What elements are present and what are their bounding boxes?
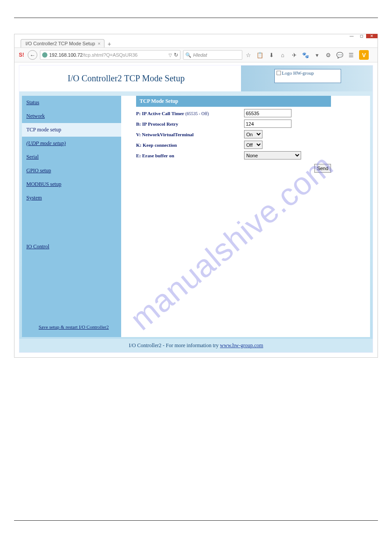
search-bar[interactable]: 🔍 Hledat [183, 50, 242, 60]
toolbar-right-icons: ☆ 📋 ⬇ ⌂ ✈ 🐾 ▾ ⚙ 💬 ☰ V [245, 50, 369, 60]
url-dropdown-icon[interactable]: ▽ [169, 53, 172, 58]
search-placeholder: Hledat [193, 52, 207, 58]
sidebar-item-network[interactable]: Network [22, 109, 121, 123]
window-controls: — ◻ ✕ [14, 34, 378, 38]
reload-icon[interactable]: ↻ [174, 52, 178, 58]
page-title: I/O Controller2 TCP Mode Setup [68, 73, 241, 83]
row-protocol-retry: B: IP Protocol Retry [136, 120, 370, 128]
back-button[interactable]: ← [28, 50, 37, 60]
chat-icon[interactable]: 💬 [336, 51, 343, 58]
row-keep-connection: K: Keep connection Off [136, 141, 370, 149]
top-rule [14, 18, 378, 18]
page-content: I/O Controller2 TCP Mode Setup Logo HW-g… [14, 62, 378, 357]
sidebar-item-gpio[interactable]: GPIO setup [22, 164, 121, 178]
send-icon[interactable]: ✈ [291, 51, 298, 58]
dropdown-icon[interactable]: ▾ [313, 51, 320, 58]
home-icon[interactable]: ⌂ [279, 51, 286, 58]
menu-icon[interactable]: ☰ [348, 51, 355, 58]
bottom-rule [14, 520, 378, 521]
url-text: 192.168.100.72/tcp.shtml?Q=ASQsUR36 [49, 52, 167, 58]
row-erase-buffer: E: Erase buffer on None [136, 151, 370, 160]
minimize-button[interactable]: — [347, 34, 356, 38]
sidebar-item-serial[interactable]: Serial [22, 150, 121, 164]
browser-window: — ◻ ✕ I/O Controller2 TCP Mode Setup × +… [14, 34, 378, 358]
browser-tab[interactable]: I/O Controller2 TCP Mode Setup × [21, 39, 104, 47]
broken-image-icon [277, 71, 281, 75]
sidebar-item-system[interactable]: System [22, 191, 121, 205]
sidebar-item-io-control[interactable]: IO Control [22, 240, 121, 254]
sidebar-item-modbus[interactable]: MODBUS setup [22, 178, 121, 191]
seznam-icon[interactable]: S! [18, 51, 25, 58]
panel-header: TCP Mode Setup [136, 96, 331, 107]
browser-toolbar: S! ← 192.168.100.72/tcp.shtml?Q=ASQsUR36… [14, 47, 378, 62]
maximize-button[interactable]: ◻ [356, 34, 366, 38]
search-icon: 🔍 [185, 52, 191, 58]
input-active-call-timer[interactable] [244, 109, 291, 117]
footer-link[interactable]: www.hw-group.com [220, 342, 263, 348]
send-button[interactable]: Send [314, 164, 331, 173]
footer-bar: I/O Controller2 - For more information t… [19, 339, 373, 352]
sidebar-item-tcp-mode[interactable]: TCP mode setup [22, 123, 121, 137]
select-keep-connection[interactable]: Off [244, 141, 263, 149]
globe-icon [42, 52, 47, 58]
tab-strip: I/O Controller2 TCP Mode Setup × + [14, 38, 378, 47]
select-erase-buffer[interactable]: None [244, 151, 301, 160]
logo-box: Logo HW-group [274, 69, 341, 83]
gear-icon[interactable]: ⚙ [325, 51, 332, 58]
row-active-call-timer: P: IP Active Call Timer (65535 - Off) [136, 109, 370, 117]
bookmark-icon[interactable]: ☆ [245, 51, 252, 58]
url-bar[interactable]: 192.168.100.72/tcp.shtml?Q=ASQsUR36 ▽ ↻ [40, 50, 180, 60]
select-nvt[interactable]: On [244, 130, 263, 138]
main-panel: TCP Mode Setup P: IP Active Call Timer (… [121, 96, 370, 337]
avast-icon[interactable]: V [359, 50, 369, 60]
sidebar: Status Network TCP mode setup (UDP mode … [22, 96, 121, 337]
paw-icon[interactable]: 🐾 [302, 51, 309, 58]
new-tab-button[interactable]: + [104, 40, 114, 47]
downloads-icon[interactable]: ⬇ [268, 51, 275, 58]
save-restart-link[interactable]: Save setup & restart I/O Controller2 [39, 324, 109, 330]
tab-close-icon[interactable]: × [98, 41, 101, 46]
sidebar-item-status[interactable]: Status [22, 96, 121, 109]
sidebar-item-udp-mode[interactable]: (UDP mode setup) [22, 137, 121, 150]
input-protocol-retry[interactable] [244, 120, 291, 128]
footer-text: I/O Controller2 - For more information t… [129, 342, 220, 348]
row-nvt: V: NetworkVirtualTerminal On [136, 130, 370, 138]
page-header: I/O Controller2 TCP Mode Setup Logo HW-g… [19, 65, 373, 91]
clipboard-icon[interactable]: 📋 [256, 51, 263, 58]
close-button[interactable]: ✕ [366, 34, 378, 38]
tab-title: I/O Controller2 TCP Mode Setup [25, 41, 95, 46]
